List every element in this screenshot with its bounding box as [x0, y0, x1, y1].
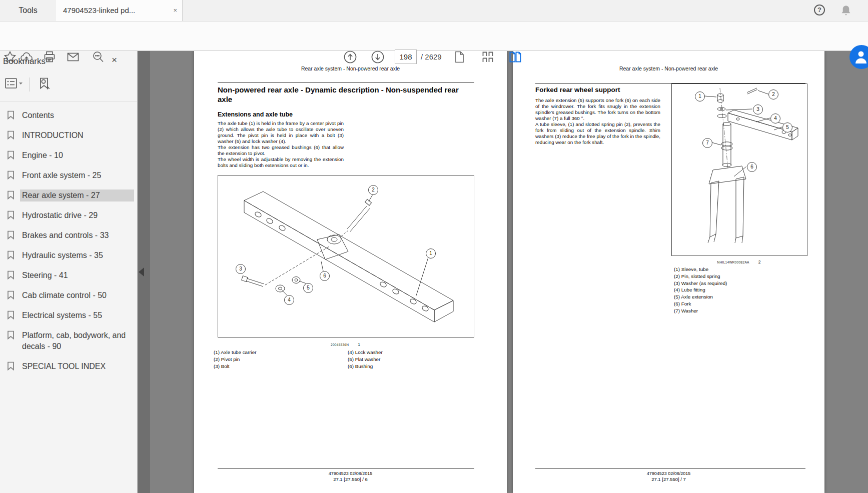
bookmark-flag-icon — [7, 330, 15, 342]
bookmark-item[interactable]: Electrical systems - 55 — [0, 306, 137, 326]
bookmarks-panel: Bookmarks × ContentsINTRODUCTIONEngine -… — [0, 50, 138, 493]
help-icon[interactable]: ? — [814, 4, 825, 16]
toolbar-divider — [29, 78, 30, 92]
two-page-view-icon[interactable] — [508, 50, 522, 64]
bookmark-item[interactable]: Steering - 41 — [0, 266, 137, 286]
bookmark-item[interactable]: Platform, cab, bodywork, and decals - 90 — [0, 326, 137, 356]
account-button[interactable] — [849, 45, 868, 69]
bookmark-item[interactable]: Engine - 10 — [0, 146, 137, 166]
bookmarks-close-icon[interactable]: × — [112, 54, 117, 66]
bookmark-label: Rear axle system - 27 — [20, 190, 134, 202]
bookmark-flag-icon — [7, 150, 15, 162]
figure-callout: 7 — [702, 138, 712, 148]
figure-callout: 5 — [782, 122, 792, 132]
bookmark-flag-icon — [7, 290, 15, 302]
running-header: Rear axle system - Non-powered rear axle — [513, 66, 824, 72]
bookmark-flag-icon — [7, 270, 15, 282]
section-title: Forked rear wheel support — [535, 86, 665, 94]
star-icon[interactable] — [3, 50, 17, 64]
bookmark-item[interactable]: Cab climate control - 50 — [0, 286, 137, 306]
bookmark-list: ContentsINTRODUCTIONEngine - 10Front axl… — [0, 106, 137, 376]
legend-item: (6) Fork — [674, 300, 727, 308]
figure-number: 2 — [758, 260, 761, 264]
bookmark-item[interactable]: Hydraulic systems - 35 — [0, 246, 137, 266]
bookmark-flag-icon — [7, 310, 15, 322]
bookmark-item[interactable]: Contents — [0, 106, 137, 126]
legend-item: (5) Axle extension — [674, 294, 727, 300]
tab-tools[interactable]: Tools — [0, 0, 57, 21]
header-rule — [218, 82, 474, 82]
bookmark-label: Cab climate control - 50 — [20, 290, 134, 302]
bell-icon[interactable] — [839, 4, 852, 17]
figure-axle-tube-diagram: 213654 — [218, 175, 474, 338]
new-bookmark-icon[interactable] — [37, 76, 52, 94]
toolbar: / 2629 — [0, 21, 868, 51]
bookmark-item[interactable]: Hydrostatic drive - 29 — [0, 206, 137, 226]
figure-callout: 6 — [747, 162, 757, 172]
bookmark-item[interactable]: Rear axle system - 27 — [0, 186, 137, 206]
legend-item: (7) Washer — [674, 308, 727, 314]
figure-caption: 20045336N1 — [218, 339, 473, 348]
bookmark-label: Hydrostatic drive - 29 — [20, 210, 134, 222]
bookmark-flag-icon — [7, 362, 15, 372]
print-icon[interactable] — [43, 50, 57, 64]
bookmark-item[interactable]: INTRODUCTION — [0, 126, 137, 146]
body-paragraph: The axle extension (5) supports one fork… — [535, 98, 660, 122]
tab-close-icon[interactable]: × — [173, 6, 177, 14]
document-tab-title: 47904523-linked pd... — [63, 0, 135, 21]
legend-item: (1) Sleeve, tube — [674, 266, 727, 273]
page-total-label: / 2629 — [421, 42, 442, 72]
body-paragraph: The extension has two greased bushings (… — [218, 144, 344, 156]
legend-item: (4) Lube fitting — [674, 286, 727, 294]
bookmark-label: Steering - 41 — [20, 270, 134, 282]
bookmark-label: INTRODUCTION — [20, 130, 134, 142]
footer-docinfo: 47904523 02/08/2015 — [194, 471, 507, 476]
legend-item: (5) Flat washer — [348, 356, 383, 363]
bookmark-label: Electrical systems - 55 — [20, 310, 134, 322]
left-page-paragraphs: The axle tube (1) is held in the frame b… — [218, 120, 344, 168]
next-page-icon[interactable] — [371, 50, 385, 64]
body-paragraph: The wheel width is adjustable by removin… — [218, 156, 344, 168]
figure-id: NHIL14WR00082AA — [717, 260, 749, 264]
figure-fork-support-diagram: 1234576 — [671, 84, 807, 256]
pdf-viewer-window: Tools 47904523-linked pd... × ? — [0, 0, 868, 493]
figure-callout: 6 — [320, 271, 330, 281]
pdf-page-right: Rear axle system - Non-powered rear axle… — [513, 50, 824, 493]
legend-item: (2) Pivot pin — [214, 356, 256, 363]
body-paragraph: A tube sleeve, (1) and slotted spring pi… — [535, 122, 660, 146]
search-icon[interactable] — [91, 50, 105, 64]
bookmark-item[interactable]: Brakes and controls - 33 — [0, 226, 137, 246]
figure-callout: 1 — [426, 248, 436, 258]
legend-item: (1) Axle tube carrier — [214, 349, 256, 356]
cloud-upload-icon[interactable] — [20, 50, 34, 64]
pdf-page-left: Rear axle system - Non-powered rear axle… — [194, 50, 507, 493]
bookmarks-toolbar — [4, 76, 52, 94]
bookmark-label: Hydraulic systems - 35 — [20, 250, 134, 262]
sidebar-collapse-handle[interactable] — [139, 268, 144, 276]
previous-page-icon[interactable] — [343, 50, 357, 64]
footer-rule — [218, 468, 474, 469]
bookmark-label: Brakes and controls - 33 — [20, 230, 134, 242]
page-thumbnails-icon[interactable] — [481, 50, 495, 64]
figure-callout: 4 — [284, 295, 294, 305]
bookmark-options-icon[interactable] — [4, 76, 23, 92]
email-icon[interactable] — [66, 50, 80, 64]
footer-docinfo: 47904523 02/08/2015 — [513, 471, 824, 476]
single-page-view-icon[interactable] — [452, 50, 466, 64]
bookmark-item[interactable]: Front axle system - 25 — [0, 166, 137, 186]
legend-item: (4) Lock washer — [348, 349, 383, 356]
bookmark-flag-icon — [7, 250, 15, 262]
body-paragraph: The axle tube (1) is held in the frame b… — [218, 120, 344, 144]
bookmark-item[interactable]: SPECIAL TOOL INDEX — [0, 356, 137, 376]
bookmark-label: Front axle system - 25 — [20, 170, 134, 182]
bookmark-flag-icon — [7, 190, 15, 202]
tab-document[interactable]: 47904523-linked pd... × — [56, 0, 183, 21]
figure-callout: 5 — [303, 283, 313, 293]
page-number-input[interactable] — [395, 50, 417, 64]
right-page-paragraphs: The axle extension (5) supports one fork… — [535, 98, 660, 146]
subsection-title: Extensions and axle tube — [218, 111, 293, 118]
legend-column-right: (4) Lock washer(5) Flat washer(6) Bushin… — [348, 349, 383, 370]
legend-item: (6) Bushing — [348, 363, 383, 370]
legend-column-left: (1) Axle tube carrier(2) Pivot pin(3) Bo… — [214, 349, 256, 370]
figure-callout: 3 — [236, 264, 246, 274]
